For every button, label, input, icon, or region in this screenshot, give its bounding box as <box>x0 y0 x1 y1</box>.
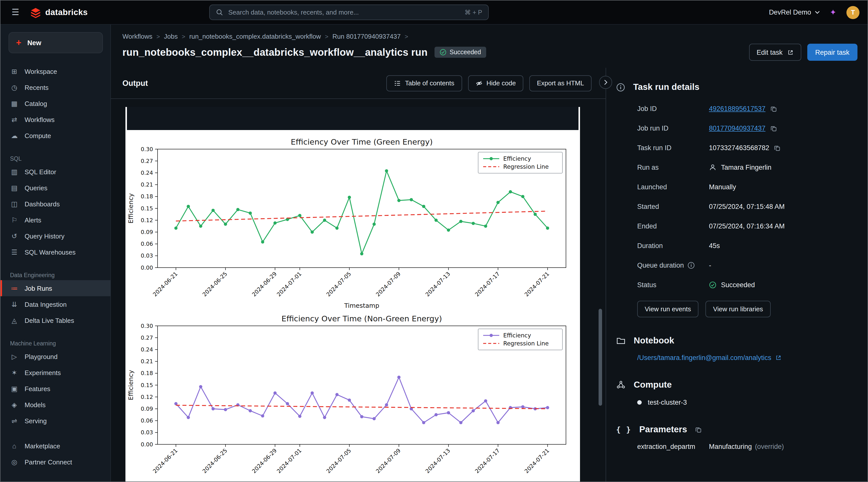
view-run-libraries-button[interactable]: View run libraries <box>706 301 771 317</box>
sidebar-item-label: SQL Warehouses <box>25 248 75 256</box>
cluster-row[interactable]: test-cluster-3 <box>637 399 868 406</box>
check-circle-icon <box>709 281 716 289</box>
copy-icon[interactable] <box>695 426 702 433</box>
sidebar-item-dashboards[interactable]: ◫Dashboards <box>0 196 111 212</box>
sidebar-item-models[interactable]: ◈Models <box>0 397 111 413</box>
sidebar-item-workflows[interactable]: ⇄Workflows <box>0 111 111 127</box>
detail-row-label: Run as <box>637 164 659 171</box>
braces-icon: { } <box>616 425 631 434</box>
delta-live-tables-icon: ◬ <box>10 316 19 324</box>
breadcrumb-link-3[interactable]: Run 801770940937437 <box>332 33 401 40</box>
new-button[interactable]: + New <box>8 32 103 53</box>
sidebar-item-label: Query History <box>25 232 64 240</box>
sidebar-item-job-runs[interactable]: ≔Job Runs <box>0 280 111 296</box>
sidebar-item-label: Delta Live Tables <box>25 317 74 324</box>
sidebar-item-queries[interactable]: ▤Queries <box>0 180 111 196</box>
features-icon: ▣ <box>10 385 19 393</box>
main-content: Workflows>Jobs>run_notebooks_complex.dat… <box>111 25 868 482</box>
edit-task-button[interactable]: Edit task <box>749 44 801 61</box>
workspace-icon: ⊞ <box>10 67 19 75</box>
sidebar-item-catalog[interactable]: ▦Catalog <box>0 95 111 111</box>
copy-icon[interactable] <box>770 125 777 132</box>
alerts-icon: ⚐ <box>10 216 19 224</box>
detail-row-value-link[interactable]: 492618895617537 <box>709 105 765 112</box>
svg-text:0.21: 0.21 <box>141 181 153 188</box>
vertical-scrollbar[interactable] <box>598 309 602 406</box>
sidebar-item-data-ingestion[interactable]: ⇊Data Ingestion <box>0 296 111 312</box>
export-html-button[interactable]: Export as HTML <box>529 75 592 91</box>
person-icon <box>709 164 716 171</box>
chevron-down-icon <box>814 10 819 14</box>
svg-text:0.06: 0.06 <box>141 241 153 247</box>
sidebar-item-serving[interactable]: ⇌Serving <box>0 413 111 429</box>
detail-row-started: Started07/25/2024, 07:15:48 AM <box>637 197 868 217</box>
panel-divider <box>606 68 606 482</box>
repair-task-button[interactable]: Repair task <box>807 44 858 61</box>
detail-row-value: 07/25/2024, 07:15:48 AM <box>709 203 785 210</box>
svg-text:0.00: 0.00 <box>141 264 153 271</box>
sidebar-item-query-history[interactable]: ↺Query History <box>0 228 111 244</box>
detail-row-value-link[interactable]: 801770940937437 <box>709 124 765 132</box>
view-run-events-button[interactable]: View run events <box>637 301 699 317</box>
sidebar-item-playground[interactable]: ▷Playground <box>0 348 111 365</box>
workspace-switcher[interactable]: DevRel Demo <box>769 8 819 16</box>
copy-icon[interactable] <box>770 105 777 112</box>
assistant-sparkle-icon[interactable]: ✦ <box>830 7 836 17</box>
toc-label: Table of contents <box>405 79 454 87</box>
sidebar-item-partner-connect[interactable]: ◎Partner Connect <box>0 454 111 470</box>
svg-text:0.12: 0.12 <box>141 394 153 400</box>
svg-text:0.24: 0.24 <box>141 346 153 353</box>
sql-warehouses-icon: ☰ <box>10 248 19 256</box>
parameter-override-note: (override) <box>755 443 784 450</box>
output-title: Output <box>122 79 148 88</box>
sidebar-item-label: Dashboards <box>25 200 60 208</box>
sidebar-item-sql-warehouses[interactable]: ☰SQL Warehouses <box>0 244 111 260</box>
notebook-path-link[interactable]: /Users/tamara.fingerlin@gmail.com/analyt… <box>637 354 868 362</box>
detail-row-run-as: Run asTamara Fingerlin <box>637 158 868 177</box>
sidebar-item-marketplace[interactable]: ⌂Marketplace <box>0 438 111 454</box>
databricks-logo[interactable]: databricks <box>30 7 88 18</box>
hide-code-button[interactable]: Hide code <box>468 75 523 91</box>
task-run-details-header: Task run details <box>616 82 868 92</box>
svg-text:0.12: 0.12 <box>141 217 153 223</box>
svg-text:Efficiency Over Time (Non-Gree: Efficiency Over Time (Non-Green Energy) <box>281 314 442 323</box>
info-icon[interactable] <box>687 262 695 269</box>
sidebar-item-sql-editor[interactable]: ▥SQL Editor <box>0 164 111 180</box>
svg-text:Efficiency: Efficiency <box>503 155 531 162</box>
svg-text:0.30: 0.30 <box>141 146 153 152</box>
svg-text:0.15: 0.15 <box>141 382 153 388</box>
sidebar-item-experiments[interactable]: ✶Experiments <box>0 365 111 380</box>
breadcrumb-link-0[interactable]: Workflows <box>122 33 152 40</box>
sidebar-item-workspace[interactable]: ⊞Workspace <box>0 63 111 79</box>
output-panel: Output Table of contents Hide code <box>111 68 606 482</box>
copy-icon[interactable] <box>774 144 781 151</box>
notebook-output-scroll-area[interactable]: Efficiency Over Time (Green Energy)0.000… <box>111 99 606 482</box>
playground-icon: ▷ <box>10 352 19 361</box>
sidebar-item-features[interactable]: ▣Features <box>0 380 111 397</box>
sidebar-item-label: Experiments <box>25 369 61 376</box>
catalog-icon: ▦ <box>10 100 19 108</box>
sidebar-item-label: Playground <box>25 353 58 360</box>
sidebar-item-label: Marketplace <box>25 442 60 450</box>
breadcrumb-separator: > <box>405 33 408 40</box>
sidebar-item-label: Alerts <box>25 216 41 224</box>
svg-text:0.18: 0.18 <box>141 370 153 376</box>
svg-text:Timestamp: Timestamp <box>344 302 379 309</box>
svg-text:0.09: 0.09 <box>141 406 153 412</box>
detail-row-status: StatusSucceeded <box>637 275 868 295</box>
breadcrumb-link-2[interactable]: run_notebooks_complex.databricks_workflo… <box>189 33 321 40</box>
breadcrumb-link-1[interactable]: Jobs <box>164 33 178 40</box>
detail-row-value: 07/25/2024, 07:16:34 AM <box>709 222 785 230</box>
sidebar-item-recents[interactable]: ◷Recents <box>0 79 111 95</box>
breadcrumb-separator: > <box>156 33 160 40</box>
sidebar-item-compute[interactable]: ☁Compute <box>0 127 111 144</box>
avatar[interactable]: T <box>846 6 860 19</box>
collapse-panel-button[interactable] <box>599 76 612 89</box>
table-of-contents-button[interactable]: Table of contents <box>386 75 462 91</box>
sidebar-item-alerts[interactable]: ⚐Alerts <box>0 212 111 228</box>
parameters-section-title: Parameters <box>639 424 687 435</box>
databricks-app: ☰ databricks Search data, notebooks, rec… <box>0 0 868 482</box>
sidebar-item-delta-live-tables[interactable]: ◬Delta Live Tables <box>0 312 111 329</box>
global-search-input[interactable]: Search data, notebooks, recents, and mor… <box>209 4 489 20</box>
hamburger-menu-icon[interactable]: ☰ <box>8 6 22 19</box>
